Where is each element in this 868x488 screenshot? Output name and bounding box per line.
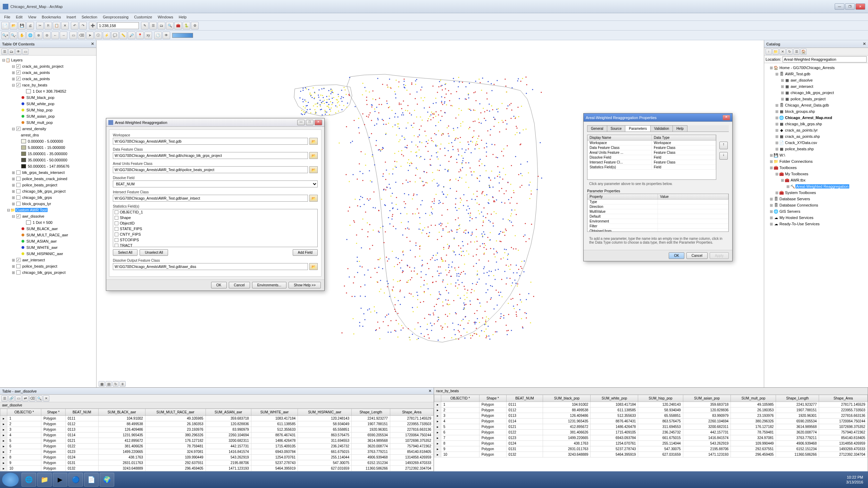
cell[interactable]: 311.694553 [298, 438, 352, 444]
column-header[interactable]: SUM_MULT_RACE_awr [145, 409, 206, 416]
cell[interactable]: 1471.123193 [206, 466, 251, 471]
column-header[interactable]: Shape_Length [776, 395, 819, 402]
layer-label[interactable]: 15.000001 - 35.000000 [27, 152, 68, 156]
clear-selection-icon[interactable]: ⌫ [78, 32, 85, 39]
param-type[interactable]: Feature Class [652, 150, 716, 155]
column-header[interactable]: Shape * [479, 395, 506, 402]
cell[interactable]: 1072698.375352 [819, 424, 868, 430]
cell[interactable]: 4 [7, 432, 41, 438]
column-header[interactable]: SUM_hisp_pop [638, 395, 683, 402]
column-header[interactable]: SUM_ASIAN_awr [206, 409, 251, 416]
row-selector[interactable]: ▸ [0, 444, 7, 449]
cell[interactable]: 4906.939468 [352, 455, 390, 460]
layer-checkbox[interactable] [16, 77, 20, 81]
cell[interactable]: 1 [441, 402, 479, 407]
cell[interactable]: 3243.648889 [98, 466, 145, 471]
cell[interactable]: Polygon [41, 421, 66, 427]
expand-icon[interactable]: ⊞ [775, 103, 779, 108]
cell[interactable]: 255.114044 [298, 455, 352, 460]
cell[interactable]: 1083.417184 [251, 416, 298, 421]
browse-button[interactable]: 📂 [309, 195, 318, 202]
cell[interactable]: 2241.923277 [352, 416, 390, 421]
menu-windows[interactable]: Windows [155, 15, 176, 19]
expand-icon[interactable]: ⊞ [11, 202, 15, 206]
layer-label[interactable]: block_groups_lyr [22, 202, 52, 206]
time-slider-icon[interactable]: 🕐 [154, 32, 162, 39]
arcmap-icon[interactable]: 🌍 [100, 473, 114, 487]
cell[interactable]: 661.675015 [298, 449, 352, 455]
layer-label[interactable]: police_beats_crack_joined [22, 177, 68, 181]
cell[interactable]: 1493269.470333 [390, 460, 433, 466]
cell[interactable]: 0132 [506, 452, 543, 457]
layer-checkbox[interactable] [16, 195, 20, 200]
toggle-contents-icon[interactable]: ☰ [793, 49, 800, 55]
column-header[interactable]: BEAT_NUM [506, 395, 543, 402]
ok-button[interactable]: OK [211, 282, 226, 288]
create-viewer-icon[interactable]: 👁 [162, 32, 170, 39]
field-name[interactable]: OBJECTID_1 [120, 210, 143, 214]
cell[interactable]: 223955.733503 [819, 407, 868, 413]
cell[interactable]: Polygon [41, 438, 66, 444]
cell[interactable]: 26.180353 [145, 421, 206, 427]
cell[interactable]: 11360.586266 [352, 466, 390, 471]
cell[interactable]: 10 [7, 466, 41, 471]
home-icon[interactable]: 🏠 [800, 49, 807, 55]
prop-name[interactable]: Environment [587, 219, 658, 224]
cell[interactable]: 1486.426478 [251, 438, 298, 444]
catalog-item[interactable]: AWR_Test.gdb [784, 72, 811, 76]
menu-insert[interactable]: Insert [64, 15, 79, 19]
hyperlink-icon[interactable]: ⚡ [103, 32, 110, 39]
output-fc-input[interactable] [113, 263, 308, 270]
location-input[interactable] [783, 56, 867, 62]
cell[interactable]: 380.296326 [145, 432, 206, 438]
catalog-tree[interactable]: ⊞🏠Home - GG700\Chicago_Arrests⊞🗄AWR_Test… [764, 63, 868, 387]
data-view-icon[interactable]: ▦ [99, 381, 105, 387]
expand-icon[interactable]: ⊞ [11, 183, 15, 187]
cell[interactable]: 0112 [65, 421, 98, 427]
cell[interactable]: 1416.841574 [206, 449, 251, 455]
layer-label[interactable]: 5.000001 - 15.000000 [27, 145, 66, 150]
catalog-item[interactable]: chicago_blk_grps_project [790, 91, 835, 95]
cell[interactable]: 65.558851 [298, 427, 352, 432]
cell[interactable]: 0121 [65, 438, 98, 444]
cell[interactable]: 223955.733503 [390, 421, 433, 427]
layer-checkbox[interactable] [16, 64, 20, 68]
find-icon[interactable]: 🔎 [128, 32, 135, 39]
cell[interactable]: 83.990979 [206, 427, 251, 432]
column-header[interactable]: OBJECTID * [441, 395, 479, 402]
cell[interactable]: 1499.220665 [543, 435, 591, 441]
cell[interactable]: 1486.426478 [591, 424, 638, 430]
layer-label[interactable]: arrest_density [22, 127, 47, 131]
row-selector[interactable]: ▸ [434, 419, 441, 424]
expand-icon[interactable]: ⊞ [775, 128, 779, 133]
close-icon[interactable]: ✕ [723, 115, 730, 120]
column-header[interactable]: SUM_HISPANIC_awr [298, 409, 352, 416]
cell[interactable]: 120.828836 [683, 407, 731, 413]
layer-checkbox[interactable] [16, 127, 20, 131]
expand-icon[interactable]: ⊞ [786, 184, 790, 189]
layer-label[interactable]: SUM_BLACK_awr [26, 227, 58, 231]
cell[interactable]: 236.245732 [298, 444, 352, 449]
param-type[interactable]: Workspace [652, 141, 716, 145]
explorer-icon[interactable]: 📁 [37, 473, 52, 487]
cell[interactable]: Polygon [41, 416, 66, 421]
prop-name[interactable]: Direction [587, 204, 658, 209]
select-elements-icon[interactable]: ➤ [86, 32, 94, 39]
table-close-icon[interactable]: ✕ [428, 389, 432, 393]
catalog-item[interactable]: crack_as_points.shp [784, 134, 820, 138]
cell[interactable]: 0114 [65, 432, 98, 438]
field-checkbox[interactable] [115, 233, 118, 236]
field-checkbox[interactable] [115, 244, 118, 247]
param-name[interactable]: Areal Units Feature ... [587, 150, 652, 155]
layer-checkbox[interactable] [16, 189, 20, 193]
cell[interactable]: 120.248143 [638, 402, 683, 407]
list-by-source-icon[interactable]: 🗂 [8, 49, 15, 55]
cell[interactable]: 5 [7, 438, 41, 444]
cell[interactable]: Polygon [41, 432, 66, 438]
row-selector[interactable]: ▸ [434, 424, 441, 430]
cell[interactable]: 88.499538 [543, 407, 591, 413]
ok-button[interactable]: OK [669, 252, 684, 259]
redo-icon[interactable]: ↷ [79, 22, 87, 30]
cell[interactable]: 5237.278743 [591, 446, 638, 452]
table-options-icon[interactable]: ☰ [1, 395, 8, 402]
